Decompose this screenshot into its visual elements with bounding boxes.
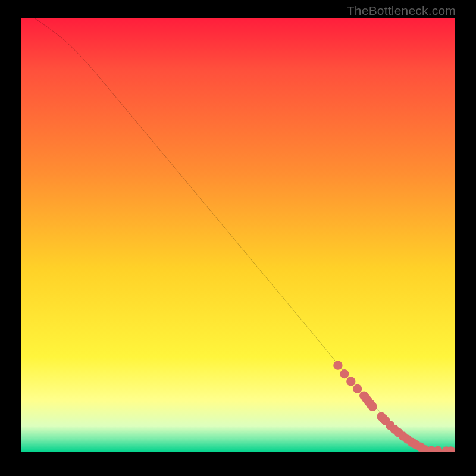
credit-watermark: TheBottleneck.com — [347, 4, 456, 18]
chart-stage: TheBottleneck.com — [0, 0, 476, 476]
highlight-points-group — [333, 361, 455, 452]
highlight-point — [340, 369, 349, 378]
highlight-point — [353, 384, 362, 393]
highlight-point — [346, 377, 355, 386]
highlight-point — [368, 402, 377, 411]
highlight-point — [433, 446, 442, 452]
plot-area — [21, 18, 455, 452]
highlight-point — [333, 361, 342, 369]
bottleneck-curve — [34, 18, 455, 452]
chart-overlay-svg — [21, 18, 455, 452]
